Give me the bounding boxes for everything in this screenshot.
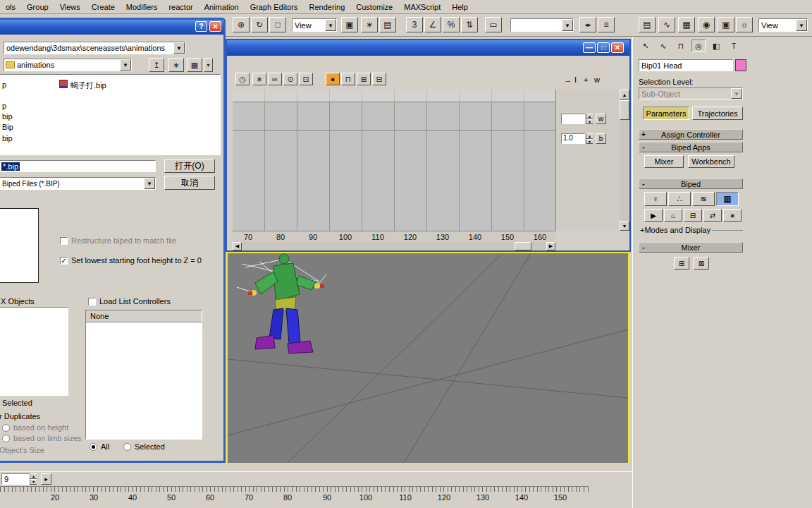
file-item[interactable]: p xyxy=(2,80,6,89)
spin-down-icon[interactable]: ▾ xyxy=(586,139,593,145)
controllers-list[interactable]: None xyxy=(85,310,202,440)
frame-spinner[interactable]: ▴▾ xyxy=(30,473,37,485)
next-frame-button[interactable]: ▸ xyxy=(41,473,51,485)
object-name-field[interactable]: Bip01 Head xyxy=(639,59,733,71)
select-and-move-icon[interactable]: ⊕ xyxy=(233,17,250,32)
motion-flow-mode-icon[interactable]: ≋ xyxy=(692,192,715,206)
zoom-icon[interactable]: ⊙ xyxy=(283,73,297,85)
grid-frame-icon[interactable]: ⊟ xyxy=(372,73,386,85)
sub-object-dropdown[interactable]: Sub-Object ▾ xyxy=(639,87,743,99)
collapse-icon[interactable]: - xyxy=(639,143,648,151)
object-color-swatch[interactable] xyxy=(735,59,746,71)
file-item-selected[interactable]: 蝎子打.bip xyxy=(70,80,106,91)
menu-tools[interactable]: ols xyxy=(0,1,21,13)
scroll-down-icon[interactable]: ▼ xyxy=(620,221,629,231)
radio-circle[interactable] xyxy=(2,435,10,442)
tab-create-icon[interactable]: ↖ xyxy=(639,40,653,52)
select-and-rotate-icon[interactable]: ↻ xyxy=(251,17,268,32)
chevron-down-icon[interactable]: ▾ xyxy=(796,19,807,31)
close-icon[interactable]: ✕ xyxy=(209,21,221,32)
render-view-dropdown[interactable]: View ▾ xyxy=(758,18,808,32)
load-list-controllers-checkbox[interactable]: Load List Controllers xyxy=(88,297,171,306)
maximize-icon[interactable]: □ xyxy=(597,42,610,53)
mixer-save-icon[interactable]: ⊠ xyxy=(694,257,709,270)
mirror-icon[interactable]: ◂▸ xyxy=(579,17,596,32)
percent-snap-icon[interactable]: % xyxy=(443,17,460,32)
minimize-icon[interactable]: — xyxy=(583,42,596,53)
select-and-manipulate-icon[interactable]: ∗ xyxy=(361,17,378,32)
lock-keys-icon[interactable]: ⊓ xyxy=(341,73,355,85)
open-button[interactable]: 打开(O) xyxy=(164,159,215,173)
cancel-button[interactable]: 取消 xyxy=(164,176,215,190)
checkbox-box[interactable]: ✓ xyxy=(60,257,68,265)
scroll-thumb[interactable] xyxy=(515,242,531,250)
menu-help[interactable]: Help xyxy=(446,1,474,13)
help-icon[interactable]: ? xyxy=(195,21,207,32)
foot-height-checkbox[interactable]: ✓ Set lowest starting foot height to Z =… xyxy=(60,256,202,265)
rollout-assign-controller[interactable]: + Assign Controller xyxy=(639,129,743,140)
layer-manager-icon[interactable]: ▤ xyxy=(639,17,656,32)
chevron-down-icon[interactable]: ▾ xyxy=(562,19,573,31)
chevron-down-icon[interactable]: ▾ xyxy=(120,59,131,71)
based-on-limb-radio[interactable]: based on limb sizes xyxy=(2,434,82,442)
weight-value-field[interactable] xyxy=(561,114,585,124)
dialog-titlebar[interactable]: ? ✕ xyxy=(0,20,223,35)
radio-circle[interactable] xyxy=(90,443,97,451)
menu-modifiers[interactable]: Modifiers xyxy=(121,1,164,13)
scroll-left-icon[interactable]: ◀ xyxy=(233,242,242,250)
selected-radio[interactable]: Selected xyxy=(123,442,165,451)
quick-render-icon[interactable]: ☼ xyxy=(736,17,753,32)
spin-up-icon[interactable]: ▴ xyxy=(30,473,37,479)
menu-views[interactable]: Views xyxy=(54,1,86,13)
scroll-right-icon[interactable]: ▶ xyxy=(546,242,555,250)
checkbox-box[interactable] xyxy=(60,237,68,245)
spinner-snap-icon[interactable]: ⇅ xyxy=(461,17,478,32)
move-all-mode-icon[interactable]: ∗ xyxy=(723,209,742,222)
spin-up-icon[interactable]: ▴ xyxy=(586,133,593,139)
tab-trajectories[interactable]: Trajectories xyxy=(692,107,743,120)
workbench-button[interactable]: Workbench xyxy=(688,155,734,168)
close-icon[interactable]: ✕ xyxy=(611,42,624,53)
file-item[interactable]: bip xyxy=(2,134,13,143)
tab-motion-icon[interactable]: ◎ xyxy=(691,40,706,52)
angle-snap-icon[interactable]: ∠ xyxy=(424,17,441,32)
folder-dropdown[interactable]: animations ▾ xyxy=(4,59,132,71)
mixer-open-icon[interactable]: ⊞ xyxy=(674,257,689,270)
all-radio[interactable]: All xyxy=(90,442,109,451)
save-file-icon[interactable]: ⊟ xyxy=(684,209,702,222)
menu-graph-editors[interactable]: Graph Editors xyxy=(245,1,304,13)
tab-hierarchy-icon[interactable]: ⊓ xyxy=(674,40,688,52)
filetype-dropdown[interactable]: Biped Files (*.BIP) ▾ xyxy=(0,177,156,190)
track-vertical-scrollbar[interactable]: ▲ ▼ xyxy=(620,90,629,231)
file-item[interactable]: Bip xyxy=(2,123,13,131)
align-icon[interactable]: ≡ xyxy=(598,17,615,32)
named-selection-sets-icon[interactable]: ▭ xyxy=(485,17,502,32)
menu-rendering[interactable]: Rendering xyxy=(304,1,351,13)
mixer-button[interactable]: Mixer xyxy=(644,155,684,168)
key-range-icon[interactable]: ∞ xyxy=(268,73,282,85)
collapse-icon[interactable]: - xyxy=(639,180,648,188)
menu-animation[interactable]: Animation xyxy=(199,1,245,13)
convert-icon[interactable]: ⇄ xyxy=(703,209,722,222)
radio-circle[interactable] xyxy=(123,443,131,451)
tab-display-icon[interactable]: ◧ xyxy=(709,40,723,52)
restructure-checkbox[interactable]: Restructure biped to match file xyxy=(60,236,176,245)
scroll-thumb[interactable] xyxy=(620,100,629,120)
track-arrow-icon[interactable]: → xyxy=(564,75,572,84)
snap-key-icon[interactable]: ● xyxy=(326,73,340,85)
balance-value-field[interactable]: 1.0 xyxy=(561,133,585,144)
current-frame-field[interactable]: 9 xyxy=(1,473,30,485)
chevron-down-icon[interactable]: ▾ xyxy=(325,19,336,31)
balance-button[interactable]: b xyxy=(596,133,606,144)
curve-editor-icon[interactable]: ∿ xyxy=(658,17,675,32)
track-grid-area[interactable] xyxy=(233,90,555,231)
rollout-biped[interactable]: - Biped xyxy=(639,179,743,189)
filename-input[interactable]: *.bip xyxy=(0,160,156,172)
use-center-icon[interactable]: ▣ xyxy=(341,17,358,32)
render-setup-icon[interactable]: ▣ xyxy=(718,17,734,32)
footstep-mode-icon[interactable]: ∴ xyxy=(668,192,691,206)
file-list[interactable]: p 蝎子打.bip p bip Bip bip xyxy=(0,74,221,155)
menu-reactor[interactable]: reactor xyxy=(163,1,198,13)
new-folder-icon[interactable]: ∗ xyxy=(168,58,184,72)
radio-circle[interactable] xyxy=(2,424,10,432)
